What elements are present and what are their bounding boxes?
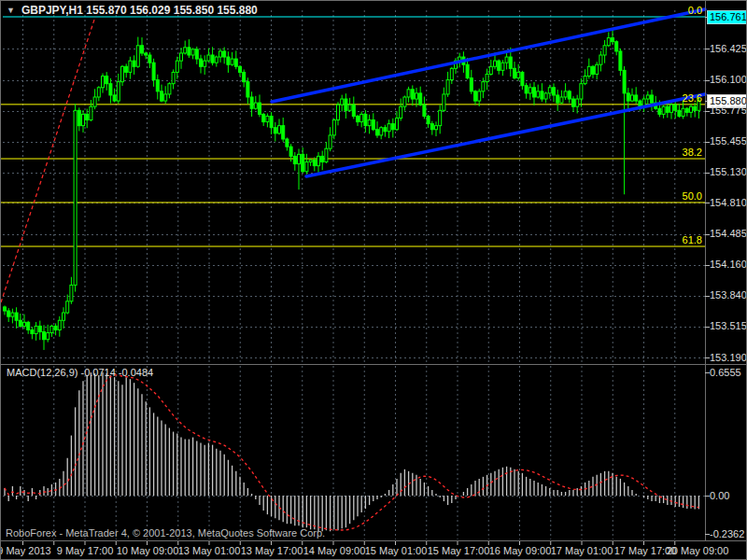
macd-axis-label: -0.2362 bbox=[710, 528, 744, 539]
price-axis-label: 156.100 bbox=[710, 74, 747, 85]
fibonacci-level-label: 50.0 bbox=[683, 190, 702, 202]
macd-axis-label: 0.6555 bbox=[710, 367, 741, 378]
fibonacci-level-label: 23.6 bbox=[683, 92, 702, 104]
price-axis-label: 156.425 bbox=[710, 43, 747, 54]
copyright-text: RoboForex - MetaTrader 4, © 2001-2013, M… bbox=[6, 527, 325, 539]
fibonacci-level-label: 0.0 bbox=[688, 5, 702, 16]
title-bar: ▼ GBPJPY,H1 155.870 156.029 155.850 155.… bbox=[7, 4, 258, 17]
chart-canvas[interactable] bbox=[1, 1, 747, 560]
fibonacci-level-label: 38.2 bbox=[683, 147, 702, 158]
price-axis-label: 154.485 bbox=[710, 228, 747, 239]
price-axis-label: 155.775 bbox=[710, 105, 747, 116]
price-axis-label: 156.761 bbox=[707, 10, 747, 24]
symbol-title: GBPJPY,H1 155.870 156.029 155.850 155.88… bbox=[21, 4, 258, 17]
price-axis-label: 154.810 bbox=[710, 197, 747, 208]
price-axis-label: 153.515 bbox=[710, 320, 747, 331]
price-axis-label: 154.160 bbox=[710, 259, 747, 270]
price-axis-label: 153.190 bbox=[710, 352, 747, 363]
fibonacci-level-label: 61.8 bbox=[683, 234, 702, 245]
macd-indicator-label: MACD(12,26,9) -0.0714 -0.0484 bbox=[7, 367, 153, 378]
macd-axis-label: 0.00 bbox=[710, 490, 729, 501]
price-axis-label: 155.455 bbox=[710, 135, 747, 147]
time-axis-label: 20 May 09:00 bbox=[655, 545, 740, 556]
chart-window: ▼ GBPJPY,H1 155.870 156.029 155.850 155.… bbox=[0, 0, 747, 560]
price-axis-label: 155.130 bbox=[710, 166, 747, 177]
price-axis-label: 153.840 bbox=[710, 289, 747, 301]
chart-dropdown-icon[interactable]: ▼ bbox=[7, 6, 15, 15]
